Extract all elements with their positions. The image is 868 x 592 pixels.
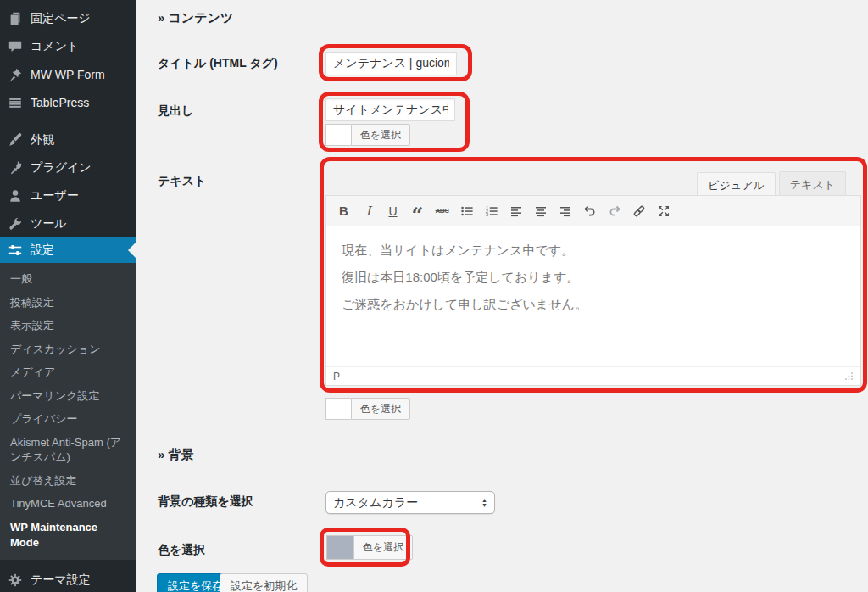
admin-sidebar: 固定ページ コメント MW WP Form TablePress 外 bbox=[0, 0, 136, 592]
redo-button[interactable] bbox=[603, 200, 626, 222]
appearance-icon bbox=[8, 132, 23, 148]
title-input[interactable] bbox=[326, 52, 457, 75]
background-color-select-button[interactable]: 色を選択 bbox=[353, 535, 413, 560]
sidebar-item-label: MW WP Form bbox=[31, 68, 105, 81]
submenu-item-tinymce-advanced[interactable]: TinyMCE Advanced bbox=[10, 496, 125, 511]
sidebar-item-label: 設定 bbox=[31, 243, 54, 258]
heading-color-swatch[interactable] bbox=[326, 124, 351, 146]
pin-icon bbox=[8, 67, 23, 82]
select-stepper-icon: ▲ ▼ bbox=[481, 498, 487, 508]
sidebar-item-plugins[interactable]: プラグイン bbox=[0, 154, 136, 182]
sidebar-item-tools[interactable]: ツール bbox=[0, 209, 136, 237]
strikethrough-button[interactable]: ABC bbox=[431, 200, 453, 222]
submenu-item-akismet[interactable]: Akismet Anti-Spam (アンチスパム) bbox=[10, 435, 125, 465]
bullet-list-button[interactable] bbox=[455, 200, 478, 222]
heading-color-select-button[interactable]: 色を選択 bbox=[351, 124, 410, 146]
submenu-item-reading[interactable]: 表示設定 bbox=[10, 318, 125, 333]
numbered-list-icon: 123 bbox=[485, 204, 498, 218]
sidebar-item-label: ユーザー bbox=[31, 188, 79, 204]
background-type-label: 背景の種類を選択 bbox=[158, 494, 253, 510]
background-color-swatch[interactable] bbox=[326, 535, 353, 560]
visual-editor: ビジュアル テキスト B I U “ ABC 123 bbox=[326, 171, 861, 386]
title-field-label: タイトル (HTML タグ) bbox=[158, 56, 278, 71]
submenu-item-discussion[interactable]: ディスカッション bbox=[10, 342, 125, 357]
settings-icon bbox=[8, 243, 23, 258]
editor-toolbar: B I U “ ABC 123 bbox=[326, 196, 860, 226]
tools-icon bbox=[8, 216, 23, 232]
align-right-button[interactable] bbox=[554, 200, 576, 222]
numbered-list-button[interactable]: 123 bbox=[480, 200, 503, 222]
sidebar-item-label: TablePress bbox=[31, 96, 89, 109]
text-color-picker: 色を選択 bbox=[326, 398, 410, 420]
fullscreen-button[interactable] bbox=[652, 200, 675, 222]
background-color-picker: 色を選択 bbox=[326, 535, 413, 560]
sidebar-item-comments[interactable]: コメント bbox=[0, 32, 136, 60]
submenu-item-wp-maintenance-mode[interactable]: WP Maintenance Mode bbox=[10, 520, 125, 550]
sidebar-item-label: プラグイン bbox=[31, 160, 92, 176]
editor-resize-grip[interactable] bbox=[845, 371, 854, 383]
blockquote-button[interactable]: “ bbox=[406, 200, 429, 222]
bullet-list-icon bbox=[460, 204, 474, 218]
text-field-label: テキスト bbox=[158, 174, 206, 189]
link-icon bbox=[632, 204, 646, 218]
link-button[interactable] bbox=[627, 200, 650, 222]
sidebar-item-label: ツール bbox=[31, 216, 67, 232]
heading-input[interactable] bbox=[326, 98, 455, 121]
align-center-button[interactable] bbox=[529, 200, 552, 222]
menu-separator bbox=[0, 116, 136, 126]
editor-paragraph: 現在、当サイトはメンテナンス中です。 bbox=[342, 243, 845, 259]
editor-content-area[interactable]: 現在、当サイトはメンテナンス中です。 復旧は本日18:00頃を予定しております。… bbox=[326, 226, 860, 366]
bold-button[interactable]: B bbox=[332, 200, 355, 222]
pages-icon bbox=[8, 11, 23, 26]
underline-button[interactable]: U bbox=[381, 200, 404, 222]
editor-status-bar: P bbox=[326, 366, 860, 385]
settings-form: » コンテンツ タイトル (HTML タグ) 見出し 色を選択 テキスト ビジュ… bbox=[136, 0, 868, 592]
wp-admin-page: 固定ページ コメント MW WP Form TablePress 外 bbox=[0, 0, 868, 592]
heading-color-picker: 色を選択 bbox=[326, 124, 410, 146]
sidebar-item-label: テーマ設定 bbox=[31, 572, 91, 588]
editor-box: B I U “ ABC 123 bbox=[326, 195, 861, 386]
resize-grip-icon bbox=[845, 371, 854, 380]
sidebar-item-pages[interactable]: 固定ページ bbox=[0, 4, 136, 32]
current-menu-arrow-icon bbox=[128, 243, 136, 258]
submenu-item-privacy[interactable]: プライバシー bbox=[10, 411, 125, 427]
undo-icon bbox=[583, 204, 597, 218]
sidebar-item-theme-settings[interactable]: テーマ設定 bbox=[0, 566, 136, 592]
submenu-item-media[interactable]: メディア bbox=[10, 365, 125, 380]
table-icon bbox=[8, 95, 23, 110]
sidebar-item-label: 外観 bbox=[31, 132, 54, 148]
sidebar-item-label: 固定ページ bbox=[31, 11, 91, 26]
plugin-icon bbox=[8, 160, 23, 176]
sidebar-item-mw-wp-form[interactable]: MW WP Form bbox=[0, 60, 136, 88]
submenu-item-writing[interactable]: 投稿設定 bbox=[10, 295, 125, 310]
sidebar-item-label: コメント bbox=[31, 39, 79, 54]
settings-submenu: 一般 投稿設定 表示設定 ディスカッション メディア パーマリンク設定 プライバ… bbox=[0, 263, 136, 560]
italic-button[interactable]: I bbox=[357, 200, 380, 222]
submenu-item-permalinks[interactable]: パーマリンク設定 bbox=[10, 388, 125, 404]
submenu-item-sort-settings[interactable]: 並び替え設定 bbox=[10, 473, 125, 489]
sidebar-item-appearance[interactable]: 外観 bbox=[0, 126, 136, 154]
align-left-icon bbox=[509, 204, 523, 218]
align-right-icon bbox=[559, 204, 572, 218]
submenu-item-general[interactable]: 一般 bbox=[10, 271, 125, 287]
gear-icon bbox=[8, 572, 23, 588]
sidebar-item-settings[interactable]: 設定 bbox=[0, 237, 136, 263]
content-section-heading: » コンテンツ bbox=[158, 10, 233, 26]
undo-button[interactable] bbox=[578, 200, 601, 222]
svg-text:3: 3 bbox=[486, 211, 488, 216]
editor-paragraph: 復旧は本日18:00頃を予定しております。 bbox=[342, 270, 845, 286]
redo-icon bbox=[608, 204, 621, 218]
editor-paragraph: ご迷惑をおかけして申し訳ございません。 bbox=[342, 297, 845, 313]
align-left-button[interactable] bbox=[504, 200, 527, 222]
text-color-swatch[interactable] bbox=[326, 398, 351, 420]
reset-settings-button[interactable]: 設定を初期化 bbox=[220, 573, 308, 592]
selected-option-label: カスタムカラー bbox=[333, 495, 481, 511]
sidebar-item-tablepress[interactable]: TablePress bbox=[0, 88, 136, 116]
users-icon bbox=[8, 188, 23, 204]
text-color-select-button[interactable]: 色を選択 bbox=[351, 398, 410, 420]
background-section-heading: » 背景 bbox=[158, 447, 194, 463]
comments-icon bbox=[8, 39, 23, 54]
sidebar-item-users[interactable]: ユーザー bbox=[0, 182, 136, 209]
heading-field-label: 見出し bbox=[158, 103, 193, 119]
background-type-select[interactable]: カスタムカラー ▲ ▼ bbox=[326, 491, 495, 514]
